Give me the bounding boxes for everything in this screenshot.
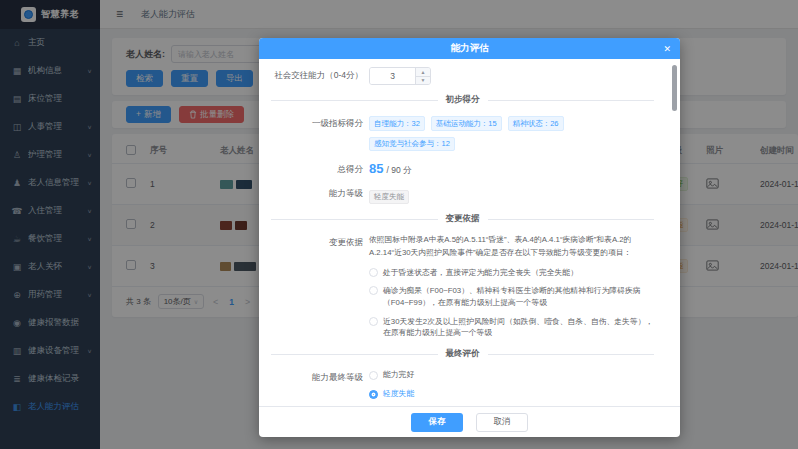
radio-icon: [369, 286, 378, 295]
spinner-down-button[interactable]: ▼: [416, 77, 430, 85]
radio-option-risk-events[interactable]: 近30天发生2次及以上照护风险时间（如跌倒、噎食、自杀、自伤、走失等），在原有能…: [369, 316, 654, 339]
modal-header: 能力评估 ✕: [259, 38, 680, 59]
radio-final-intact[interactable]: 能力完好: [369, 369, 654, 381]
radio-icon: [369, 268, 378, 277]
social-score-input[interactable]: ▲ ▼: [369, 67, 431, 85]
radio-icon: [369, 371, 378, 380]
scrollbar-thumb[interactable]: [672, 65, 677, 111]
social-score-label: 社会交往能力（0-4分）: [271, 67, 363, 85]
section-divider-preliminary: 初步得分: [271, 94, 654, 106]
final-level-label: 能力最终等级: [271, 369, 363, 406]
indicator-tag: 基础运动能力：15: [431, 116, 502, 131]
spinner-up-button[interactable]: ▲: [416, 68, 430, 77]
indicators-label: 一级指标得分: [271, 115, 363, 151]
social-score-row: 社会交往能力（0-4分） ▲ ▼: [271, 67, 654, 85]
modal-footer: 保存 取消: [259, 406, 680, 437]
screen: 智慧养老 ⌂ 主页 ▦ 机构信息 ∨ ▤ 床位管理 ◫ 人事管理 ∨ ♙: [0, 0, 798, 449]
indicator-tag: 自理能力：32: [369, 116, 425, 131]
modal-title: 能力评估: [451, 42, 489, 55]
save-button[interactable]: 保存: [411, 413, 463, 432]
change-basis-description: 依照国标中附录A中表A.5的A.5.11“昏迷”、表A.4的A.4.1“疾病诊断…: [369, 234, 654, 260]
total-score-label: 总得分: [271, 161, 363, 177]
final-level-row: 能力最终等级 能力完好 轻度失能 中度失能: [271, 369, 654, 406]
indicator-tag: 精神状态：26: [508, 116, 564, 131]
change-basis-row: 变更依据 依照国标中附录A中表A.5的A.5.11“昏迷”、表A.4的A.4.1…: [271, 234, 654, 339]
change-basis-label: 变更依据: [271, 234, 363, 339]
section-divider-final: 最终评价: [271, 348, 654, 360]
capability-level-tag: 轻度失能: [369, 190, 409, 205]
section-divider-change: 变更依据: [271, 213, 654, 225]
close-button[interactable]: ✕: [663, 38, 671, 59]
social-score-value[interactable]: [370, 68, 415, 84]
radio-option-dementia[interactable]: 确诊为痴呆（F00~F03）、精神科专科医生诊断的其他精神和行为障碍疾病（F04…: [369, 285, 654, 308]
capability-level-label: 能力等级: [271, 185, 363, 204]
total-score-value: 85: [369, 161, 383, 176]
total-score-row: 总得分 85 / 90 分: [271, 161, 654, 177]
modal-body: 社会交往能力（0-4分） ▲ ▼ 初步得分 一级指标得分: [259, 59, 680, 406]
radio-final-mild[interactable]: 轻度失能: [369, 388, 654, 400]
capability-level-row: 能力等级 轻度失能: [271, 185, 654, 204]
modal-scrollbar: [672, 63, 677, 402]
indicator-tag: 感知觉与社会参与：12: [369, 137, 455, 152]
close-icon: ✕: [663, 44, 671, 54]
cancel-button[interactable]: 取消: [476, 413, 528, 432]
radio-icon: [369, 317, 378, 326]
assessment-modal: 能力评估 ✕ 社会交往能力（0-4分） ▲ ▼: [259, 38, 680, 437]
radio-option-coma[interactable]: 处于昏迷状态者，直接评定为能力完全丧失（完全失能）: [369, 267, 654, 279]
total-score-suffix: / 90 分: [386, 165, 411, 177]
indicators-row: 一级指标得分 自理能力：32 基础运动能力：15 精神状态：26 感知觉与社会参…: [271, 115, 654, 151]
radio-icon: [369, 390, 378, 399]
